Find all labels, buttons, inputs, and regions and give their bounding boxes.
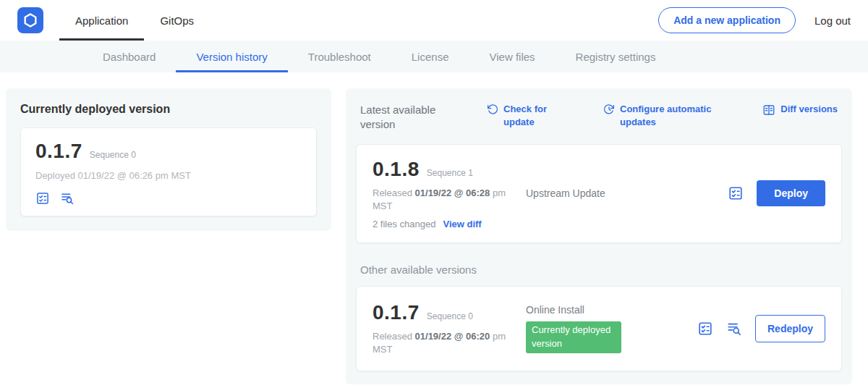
other-versions-heading: Other available versions (360, 263, 838, 276)
hexagon-logo-icon (22, 12, 38, 28)
configure-automatic-updates-label: Configure automatic updates (620, 103, 715, 128)
subnav-view-files-label: View files (489, 51, 535, 63)
files-changed-label: 2 files changed (373, 219, 435, 229)
available-versions-panel: Latest available version Check for updat… (346, 88, 852, 384)
configure-automatic-updates-button[interactable]: Configure automatic updates (603, 103, 715, 128)
add-application-button[interactable]: Add a new application (658, 7, 796, 33)
latest-version-number: 0.1.8 (373, 158, 420, 181)
top-navbar: Application GitOps Add a new application… (0, 0, 868, 41)
latest-preflight-checks-icon[interactable] (728, 185, 744, 201)
main-content: Currently deployed version 0.1.7 Sequenc… (0, 72, 868, 388)
currently-deployed-panel: Currently deployed version 0.1.7 Sequenc… (6, 88, 331, 231)
subnav-registry-settings-label: Registry settings (576, 51, 656, 63)
other-preflight-checks-icon[interactable] (697, 321, 713, 337)
other-view-logs-icon[interactable] (726, 321, 742, 337)
subnav-item-view-files[interactable]: View files (469, 41, 555, 72)
logout-link[interactable]: Log out (814, 14, 851, 27)
other-sequence-label: Sequence 0 (427, 311, 473, 321)
diff-versions-label: Diff versions (780, 103, 838, 116)
subnav-version-history-label: Version history (196, 51, 267, 63)
currently-deployed-title: Currently deployed version (20, 103, 317, 116)
deploy-button[interactable]: Deploy (757, 180, 825, 206)
latest-available-title: Latest available version (360, 103, 451, 132)
latest-version-source: Upstream Update (526, 187, 605, 199)
diff-versions-button[interactable]: Diff versions (762, 103, 838, 117)
tab-application-label: Application (75, 14, 128, 27)
other-version-card: 0.1.7 Sequence 0 Released 01/19/22 @ 06:… (356, 286, 842, 371)
tab-gitops[interactable]: GitOps (144, 0, 210, 41)
navbar-right-actions: Add a new application Log out (658, 7, 851, 33)
primary-nav-tabs: Application GitOps (59, 0, 210, 41)
tab-application[interactable]: Application (59, 0, 144, 41)
redeploy-button[interactable]: Redeploy (755, 315, 825, 342)
diff-table-icon (762, 103, 775, 117)
subnav-troubleshoot-label: Troubleshoot (308, 51, 371, 63)
check-for-update-button[interactable]: Check for update (487, 103, 554, 128)
tab-gitops-label: GitOps (160, 14, 194, 27)
subnav-item-registry-settings[interactable]: Registry settings (556, 41, 676, 72)
latest-sequence-label: Sequence 1 (427, 168, 473, 178)
check-for-update-label: Check for update (503, 103, 554, 128)
subnav-item-license[interactable]: License (391, 41, 469, 72)
subnav-dashboard-label: Dashboard (103, 51, 156, 63)
app-logo (17, 7, 43, 33)
auto-update-sync-icon (603, 103, 615, 115)
latest-released-date: Released 01/19/22 @ 06:28 pm MST (373, 187, 510, 213)
view-logs-icon[interactable] (60, 191, 75, 206)
deployed-version-card: 0.1.7 Sequence 0 Deployed 01/19/22 @ 06:… (20, 127, 317, 216)
app-subnav: Dashboard Version history Troubleshoot L… (0, 41, 868, 72)
subnav-item-troubleshoot[interactable]: Troubleshoot (288, 41, 391, 72)
deployed-sequence-label: Sequence 0 (90, 150, 136, 160)
deployed-version-number: 0.1.7 (35, 140, 82, 163)
available-panel-header: Latest available version Check for updat… (356, 103, 842, 132)
latest-version-card: 0.1.8 Sequence 1 Released 01/19/22 @ 06:… (356, 144, 842, 243)
view-diff-link[interactable]: View diff (443, 219, 481, 229)
other-released-date: Released 01/19/22 @ 06:20 pm MST (373, 330, 510, 356)
subnav-item-dashboard[interactable]: Dashboard (82, 41, 176, 72)
subnav-license-label: License (412, 51, 449, 63)
subnav-item-version-history[interactable]: Version history (176, 41, 287, 72)
refresh-icon (487, 103, 498, 115)
deployed-date: Deployed 01/19/22 @ 06:26 pm MST (35, 170, 302, 181)
currently-deployed-badge: Currently deployed version (526, 321, 621, 353)
preflight-checks-icon[interactable] (35, 191, 50, 206)
other-version-number: 0.1.7 (373, 301, 420, 324)
other-version-source: Online Install (526, 304, 697, 316)
